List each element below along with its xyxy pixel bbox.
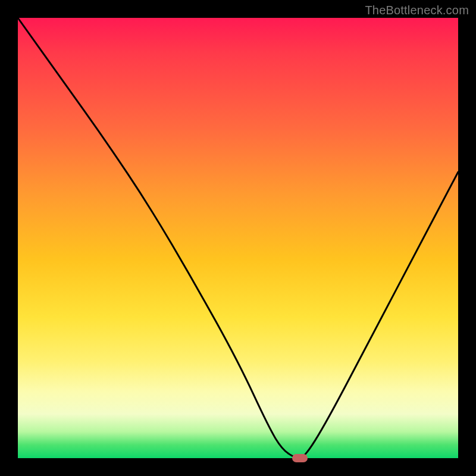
- watermark-label: TheBottleneck.com: [365, 4, 469, 17]
- curve-path: [18, 18, 458, 458]
- chart-frame: TheBottleneck.com: [0, 0, 476, 476]
- plot-area: [18, 18, 458, 458]
- optimum-marker: [292, 454, 308, 462]
- bottleneck-curve: [18, 18, 458, 458]
